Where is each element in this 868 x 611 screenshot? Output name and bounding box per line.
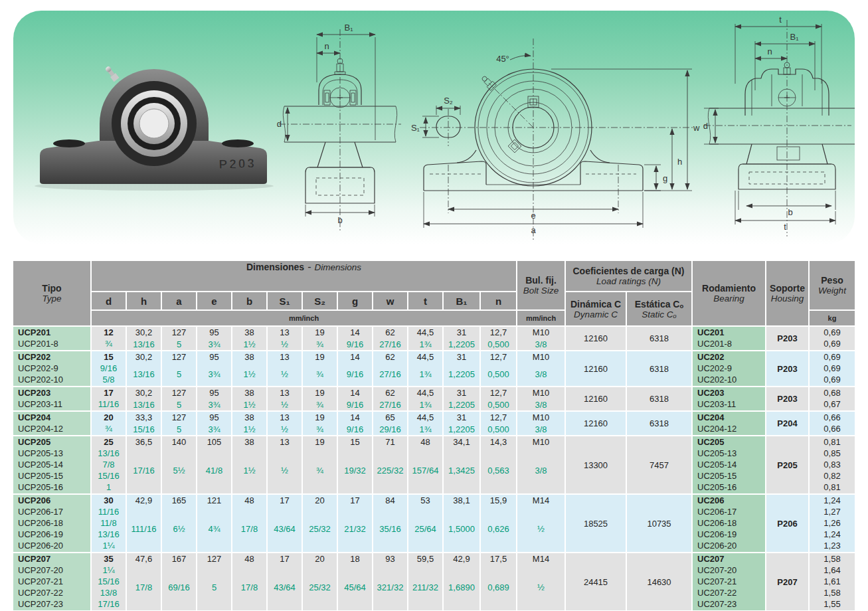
cell-s1: 1743/64 xyxy=(268,553,302,610)
cell-types: UCP203UCP203-11 xyxy=(13,387,90,410)
cell-a: 16769/16 xyxy=(162,553,196,610)
cell-b: 381½ xyxy=(232,387,266,410)
table-row: UCP202UCP202-9UCP202-10159/165/830,213/1… xyxy=(13,351,855,386)
cell-d: 2513/167/815/161 xyxy=(92,436,126,493)
cell-types: UCP204UCP204-12 xyxy=(13,412,90,435)
header-tipo: Tipo Type xyxy=(13,261,90,325)
cell-a: 1275 xyxy=(162,387,196,410)
cell-g: 1721/32 xyxy=(338,495,372,552)
col-s1: S₁ xyxy=(268,292,302,309)
cell-dyn: 24415 xyxy=(566,553,626,610)
cell-dyn: 12160 xyxy=(566,387,626,410)
cell-w: 71225/32 xyxy=(373,436,407,493)
dim-label-g: g xyxy=(663,173,667,183)
cell-s2: 2025/32 xyxy=(303,495,337,552)
col-a: a xyxy=(162,292,196,309)
dim-label-angle: 45° xyxy=(496,54,509,64)
cell-dyn: 18525 xyxy=(566,495,626,552)
table-header: Tipo Type Dimensiones - Dimensions d h a… xyxy=(13,261,855,325)
header-static: Estática Cₒ Static Cₒ xyxy=(627,292,691,325)
cell-bolt: M14½ xyxy=(517,553,564,610)
cell-sta: 6318 xyxy=(627,412,691,435)
header-dynamic: Dinámica C Dynamic C xyxy=(566,292,626,325)
col-b1: B₁ xyxy=(444,292,479,309)
cell-d: 20¾ xyxy=(92,412,126,435)
cell-a: 1275 xyxy=(162,412,196,435)
cell-g: 149/16 xyxy=(338,412,372,435)
dim-label-d-section: d xyxy=(703,121,708,131)
cell-n: 12,70,500 xyxy=(481,351,516,386)
cell-weights: 0,660,66 xyxy=(810,412,855,435)
cell-s2: 19¾ xyxy=(303,436,337,493)
table-row: UCP201UCP201-812¾30,213/161275953¾381½13… xyxy=(13,327,855,350)
cell-sta: 6318 xyxy=(627,327,691,350)
dim-label-h: h xyxy=(677,157,682,167)
col-d: d xyxy=(92,292,126,309)
col-h: h xyxy=(127,292,161,309)
dim-label-w: w xyxy=(693,123,700,133)
dim-label-b1-section: B₁ xyxy=(790,32,799,42)
spec-table: Tipo Type Dimensiones - Dimensions d h a… xyxy=(13,261,855,611)
cell-bearings: UC206UC206-17UC206-18UC206-19UC206-20 xyxy=(693,495,765,552)
cell-s2: 19¾ xyxy=(303,412,337,435)
cell-sta: 6318 xyxy=(627,351,691,386)
cell-bolt: M103/8 xyxy=(517,351,564,386)
cell-a: 1275 xyxy=(162,327,196,350)
header-bearing: Rodamiento Bearing xyxy=(693,261,765,325)
cell-g: 149/16 xyxy=(338,387,372,410)
cell-s2: 2025/32 xyxy=(303,553,337,610)
cell-bearings: UC203UC203-11 xyxy=(693,387,765,410)
cell-d: 159/165/8 xyxy=(92,351,126,386)
cell-dyn: 12160 xyxy=(566,327,626,350)
header-bolt: Bul. fij. Bolt Size xyxy=(517,261,564,309)
cell-housing: P205 xyxy=(766,436,808,493)
cell-t: 44,51¾ xyxy=(408,387,442,410)
table-row: UCP205UCP205-13UCP205-14UCP205-15UCP205-… xyxy=(13,436,855,493)
cell-d: 12¾ xyxy=(92,327,126,350)
header-dimensiones: Dimensiones - Dimensions xyxy=(92,261,516,291)
cell-housing: P206 xyxy=(766,495,808,552)
cell-b: 381½ xyxy=(232,351,266,386)
table-body: UCP201UCP201-812¾30,213/161275953¾381½13… xyxy=(13,327,855,611)
cell-n: 17,50,689 xyxy=(481,553,516,610)
cell-bearings: UC201UC201-8 xyxy=(693,327,765,350)
cell-types: UCP201UCP201-8 xyxy=(13,327,90,350)
photo-marking: P203 xyxy=(218,156,256,171)
cell-n: 12,70,500 xyxy=(481,327,516,350)
cell-weights: 1,581,641,611,581,55 xyxy=(810,553,855,610)
cell-w: 8435/16 xyxy=(373,495,407,552)
cell-w: 6227/16 xyxy=(373,387,407,410)
cell-s1: 1743/64 xyxy=(268,495,302,552)
cell-s1: 13½ xyxy=(268,436,302,493)
grease-fitting-front xyxy=(480,74,496,90)
table-row: UCP203UCP203-111711/1630,213/161275953¾3… xyxy=(13,387,855,410)
header-housing: Soporte Housing xyxy=(766,261,808,325)
cell-e: 953¾ xyxy=(197,412,231,435)
cell-bearings: UC202UC202-9UC202-10 xyxy=(693,351,765,386)
dim-label-n-side: n xyxy=(324,41,329,51)
cell-a: 1656½ xyxy=(162,495,196,552)
cell-t: 5325/64 xyxy=(408,495,442,552)
cell-bearings: UC205UC205-13UC205-14UC205-15UC205-16 xyxy=(693,436,765,493)
cell-s2: 19¾ xyxy=(303,387,337,410)
cell-housing: P203 xyxy=(766,327,808,350)
cell-weights: 0,690,690,69 xyxy=(810,351,855,386)
table-row: UCP207UCP207-20UCP207-21UCP207-22UCP207-… xyxy=(13,553,855,610)
col-n: n xyxy=(481,292,516,309)
cell-n: 15,90,626 xyxy=(481,495,516,552)
header-dim-letters: d h a e b S₁ S₂ g w t B₁ n xyxy=(92,292,516,309)
cell-weights: 0,690,69 xyxy=(810,327,855,350)
cell-sta: 6318 xyxy=(627,387,691,410)
cell-h: 30,213/16 xyxy=(127,351,161,386)
cell-bolt: M14½ xyxy=(517,495,564,552)
cell-b1: 38,11,5000 xyxy=(444,495,479,552)
cell-sta: 10735 xyxy=(627,495,691,552)
dim-label-t-top: t xyxy=(779,15,782,25)
cell-bearings: UC204UC204-12 xyxy=(693,412,765,435)
cell-e: 953¾ xyxy=(197,327,231,350)
col-w: w xyxy=(373,292,407,309)
cell-h: 30,213/16 xyxy=(127,387,161,410)
cell-t: 48157/64 xyxy=(408,436,442,493)
cell-dyn: 12160 xyxy=(566,412,626,435)
cell-types: UCP207UCP207-20UCP207-21UCP207-22UCP207-… xyxy=(13,553,90,610)
